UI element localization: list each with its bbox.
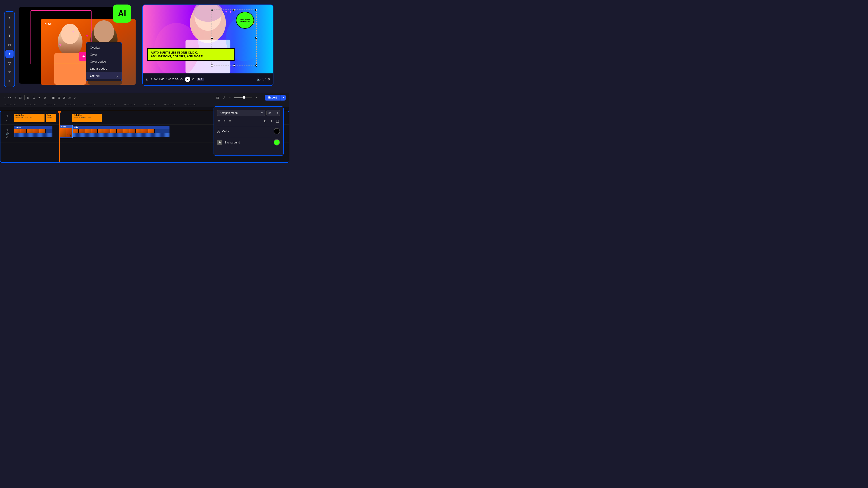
tl-filter-btn[interactable]: ⊠: [63, 96, 65, 99]
right-properties-panel: Aeroport Mono ▾ 34 ▾ ≡ ≡ ≡ B I U A Color…: [214, 106, 284, 156]
toolbar-timer-btn[interactable]: ◷: [5, 59, 13, 67]
video-lock-icon[interactable]: ⊘: [6, 136, 8, 139]
toolbar-music-btn[interactable]: ♪: [5, 23, 13, 31]
grid-icon: ⊞: [8, 79, 11, 83]
ctrl-chapter-icon[interactable]: ⧖: [146, 77, 148, 81]
video-clip-1[interactable]: Video: [14, 126, 53, 137]
ctrl-volume-icon[interactable]: 🔊: [257, 77, 260, 81]
handle-top-mid[interactable]: [233, 9, 235, 11]
tl-select-btn[interactable]: ▷: [27, 96, 30, 99]
ruler-tick-3: 00:00:00.160: [40, 103, 60, 106]
subtitle-line2: ADJUST FONT, COLORS, AND MORE: [151, 55, 231, 59]
tl-plus[interactable]: +: [256, 96, 257, 99]
tl-minus[interactable]: −: [229, 96, 230, 99]
toolbar-grid-btn[interactable]: ⊞: [5, 77, 13, 85]
toolbar-effects-btn[interactable]: ⋈: [5, 41, 13, 49]
drag-clip-header: Video: [60, 125, 72, 128]
audio-wave-2: [72, 133, 169, 137]
video-clip-dragging[interactable]: Video: [59, 125, 73, 138]
export-btn-group: Export ▾: [265, 95, 286, 101]
tl-rotate-icon[interactable]: ↺: [223, 96, 225, 99]
blend-color[interactable]: Color: [86, 51, 122, 58]
right-video-preview: ✦ ✦ AUTO SUBTITLES IN ONE CLICK, ADJUST …: [143, 4, 273, 86]
ctrl-rewind-icon[interactable]: ⟳: [180, 77, 183, 81]
playhead-line: [59, 113, 60, 162]
text-icon: T: [8, 34, 11, 37]
handle-top-left[interactable]: [211, 9, 213, 11]
underline-btn[interactable]: U: [275, 119, 280, 124]
tl-magnet-btn[interactable]: ⊘: [33, 96, 35, 99]
background-label: Background: [224, 141, 271, 144]
video-clip1-header: Video: [14, 126, 53, 129]
clip1-title: Subtitles: [16, 114, 43, 116]
ctrl-fullscreen-icon[interactable]: ⛶: [262, 77, 266, 81]
tl-redo-btn[interactable]: ↪: [13, 96, 16, 99]
subtitles-eye-icon[interactable]: 👁: [6, 114, 8, 118]
tl-audio-btn[interactable]: ≋: [68, 96, 71, 99]
toolbar-magic-btn[interactable]: ✦: [5, 50, 13, 58]
ctrl-forward-icon[interactable]: ⟳: [192, 77, 195, 81]
tl-speed-btn[interactable]: ⤢: [74, 96, 76, 99]
clip3-title: Subtitles: [74, 114, 100, 116]
link-icon: ⟳: [8, 70, 11, 73]
background-row: A Background: [217, 138, 280, 147]
tl-delete-btn[interactable]: ⊡: [19, 96, 22, 99]
toolbar-link-btn[interactable]: ⟳: [5, 68, 13, 76]
ruler-tick-7: 00:00:00.160: [120, 103, 140, 106]
audio-wave-1: [14, 133, 53, 137]
align-right-btn[interactable]: ≡: [228, 119, 231, 124]
aspect-ratio-badge[interactable]: 16:9: [196, 78, 204, 81]
blend-linear-dodge[interactable]: Linear dodge: [86, 65, 122, 72]
drag-clip-thumbs: [60, 128, 72, 137]
background-color-picker-btn[interactable]: [274, 139, 280, 145]
font-size-select[interactable]: 34 ▾: [267, 110, 280, 116]
tl-settings-btn[interactable]: ≡: [4, 96, 5, 99]
tl-shield-btn[interactable]: ⊕: [43, 96, 46, 99]
cursor-indicator: ↗: [115, 75, 118, 79]
subtitle-clip-1[interactable]: Subtitles Some text here... Sor: [14, 113, 44, 122]
italic-btn[interactable]: I: [270, 119, 273, 124]
subtitle-clip-3[interactable]: Subtitles Some text here... Sor: [72, 113, 102, 122]
align-left-btn[interactable]: ≡: [217, 119, 221, 124]
ruler-tick-8: 00:00:00.160: [140, 103, 160, 106]
handle-top-right[interactable]: [255, 9, 257, 11]
fire-text-bubble: Your text is heating up!: [236, 12, 254, 29]
blend-mode-dropdown: Overlay Color Color dodge Linear dodge L…: [86, 42, 122, 81]
tl-undo-btn[interactable]: ↩: [8, 96, 11, 99]
font-dropdown-icon: ▾: [261, 111, 262, 115]
tl-volume-knob[interactable]: [243, 96, 245, 99]
svg-point-5: [94, 20, 114, 43]
font-color-icon: A: [217, 129, 220, 134]
color-picker-btn[interactable]: [274, 128, 280, 134]
bold-btn[interactable]: B: [263, 119, 268, 124]
color-row: A Color: [217, 127, 280, 135]
subtitle-clip-2[interactable]: Subt Some: [45, 113, 56, 122]
export-button[interactable]: Export: [265, 95, 280, 101]
toolbar-add-btn[interactable]: +: [5, 13, 13, 22]
play-button[interactable]: ▶: [185, 76, 190, 82]
blend-overlay[interactable]: Overlay: [86, 44, 122, 51]
ctrl-settings-icon[interactable]: ⚙: [267, 77, 270, 81]
tl-volume-slider[interactable]: [234, 97, 252, 98]
drag-thumb-1: [60, 128, 66, 137]
video-eye-icon[interactable]: 👁: [6, 128, 8, 131]
blend-color-dodge[interactable]: Color dodge: [86, 58, 122, 65]
align-center-btn[interactable]: ≡: [223, 119, 226, 124]
playhead[interactable]: [59, 111, 60, 162]
export-dropdown-btn[interactable]: ▾: [280, 95, 286, 101]
handle-mid-left[interactable]: [211, 37, 213, 39]
video-vol-icon[interactable]: 🔊: [6, 132, 8, 135]
video-clip-2[interactable]: Video: [72, 126, 169, 137]
total-time: 00:20.345: [168, 78, 179, 80]
video-clip2-header: Video: [72, 126, 169, 129]
ctrl-rotate-icon[interactable]: ↺: [150, 77, 152, 81]
ai-badge: AI: [113, 4, 131, 23]
tl-crop-btn[interactable]: ⊞: [57, 96, 60, 99]
handle-bottom-left[interactable]: [211, 64, 213, 67]
toolbar-text-btn[interactable]: T: [5, 32, 13, 40]
subtitles-mute-icon[interactable]: ◡: [6, 119, 8, 122]
tl-cut-btn[interactable]: ✂: [38, 96, 41, 99]
tl-vol-icon[interactable]: ⊡: [216, 96, 219, 99]
tl-transition-btn[interactable]: ▣: [52, 96, 55, 99]
font-family-select[interactable]: Aeroport Mono ▾: [217, 110, 265, 116]
